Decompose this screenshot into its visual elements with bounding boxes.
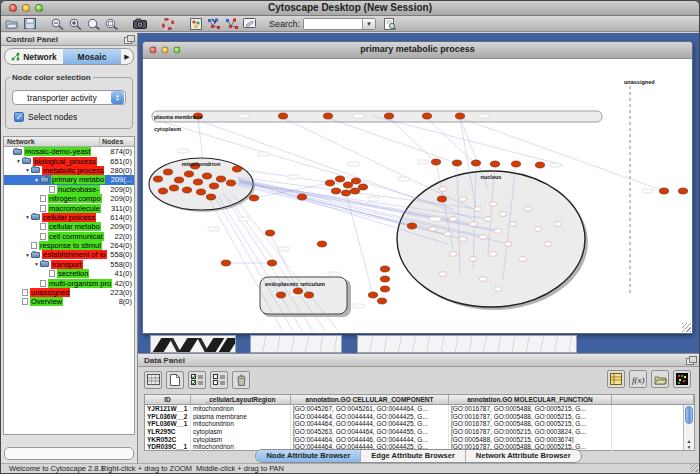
graph-node[interactable] [407, 223, 416, 229]
tree-item[interactable]: ▼transport558(0) [4, 260, 134, 269]
zoom-out-icon[interactable] [50, 17, 65, 31]
tree-item[interactable]: nucleobase-209(0) [4, 185, 134, 194]
graph-node[interactable] [459, 197, 467, 202]
select-attributes-icon[interactable] [188, 371, 206, 389]
graph-node[interactable] [193, 179, 202, 185]
tab-network[interactable]: Network [5, 49, 63, 64]
graph-node[interactable] [232, 166, 241, 172]
float-panel-icon[interactable] [124, 35, 133, 43]
tab-edge-attribute-browser[interactable]: Edge Attribute Browser [360, 450, 464, 462]
network-canvas[interactable]: plasma membranecytoplasmmitochondrionnuc… [143, 59, 692, 333]
float-data-panel-icon[interactable] [686, 356, 695, 364]
graph-node[interactable] [380, 286, 389, 292]
graph-node[interactable] [469, 257, 477, 262]
network-overlay-icon[interactable] [206, 17, 221, 31]
graph-node[interactable] [524, 207, 532, 212]
tree-item[interactable]: mosaic-demo-yeast874(0) [4, 147, 134, 156]
tree-item[interactable]: ▼primary metabo209(... [4, 175, 134, 184]
graph-node[interactable] [293, 288, 302, 294]
graph-node[interactable] [511, 161, 520, 167]
snapshot-icon[interactable] [132, 17, 147, 31]
unselect-attributes-icon[interactable] [210, 371, 228, 389]
tab-network-attribute-browser[interactable]: Network Attribute Browser [465, 450, 581, 462]
graph-node[interactable] [350, 188, 359, 194]
table-row[interactable]: YLR295Ccytoplasm[GO:0045263, GO:0044464,… [145, 428, 694, 436]
node-color-dropdown[interactable]: transporter activity ▲▼ [12, 90, 126, 105]
graph-node[interactable] [444, 232, 452, 237]
tree-item[interactable]: secretion41(0) [4, 269, 134, 278]
table-row[interactable]: YPL036W__1mitochondrion[GO:0044464, GO:0… [145, 420, 694, 428]
graph-node[interactable] [678, 188, 687, 194]
graph-node[interactable] [489, 202, 497, 207]
graph-node[interactable] [489, 252, 497, 257]
graph-node[interactable] [174, 177, 183, 183]
graph-node[interactable] [422, 113, 431, 119]
graph-node[interactable] [335, 176, 344, 182]
graph-node[interactable] [196, 189, 205, 195]
tree-item[interactable]: ▼metabolic process280(0) [4, 166, 134, 175]
tree-header-nodes[interactable]: Nodes [100, 137, 134, 146]
graph-node[interactable] [554, 222, 562, 227]
graph-node[interactable] [384, 113, 393, 119]
help-icon[interactable] [160, 17, 175, 31]
tab-mosaic[interactable]: Mosaic [63, 49, 121, 64]
graph-node[interactable] [221, 260, 230, 266]
graph-node[interactable] [519, 257, 527, 262]
graph-node[interactable] [380, 276, 389, 282]
column-header[interactable]: annotation.GO CELLULAR_COMPONENT [291, 395, 449, 404]
graph-node[interactable] [153, 176, 162, 182]
graph-node[interactable] [471, 160, 480, 166]
graph-node[interactable] [182, 187, 191, 193]
tree-item[interactable]: unassigned223(0) [4, 288, 134, 297]
graph-node[interactable] [449, 217, 457, 222]
graph-node[interactable] [439, 272, 447, 277]
search-dropdown-arrow-icon[interactable]: ▼ [362, 19, 375, 29]
scrollbar-thumb[interactable] [685, 406, 693, 424]
network-view-icon[interactable] [224, 17, 239, 31]
search-options-icon[interactable] [382, 17, 397, 31]
graph-node[interactable] [479, 277, 487, 282]
graph-node[interactable] [331, 188, 340, 194]
tree-item[interactable]: macromolecule311(0) [4, 203, 134, 212]
graph-node[interactable] [209, 183, 218, 189]
column-header[interactable]: _cellularLayoutRegion [191, 395, 291, 404]
table-row[interactable]: YPL036W__2plasma membrane[GO:0044464, GO… [145, 413, 694, 421]
zoom-selected-icon[interactable] [86, 17, 101, 31]
graph-node[interactable] [343, 182, 352, 188]
vizmapper-icon[interactable] [188, 17, 203, 31]
graph-node[interactable] [158, 188, 167, 194]
graph-node[interactable] [449, 252, 457, 257]
column-header[interactable]: annotation.GO MOLECULAR_FUNCTION [449, 395, 612, 404]
graph-node[interactable] [437, 196, 446, 202]
graph-node[interactable] [341, 190, 350, 196]
graph-node[interactable] [358, 184, 367, 190]
tree-item[interactable]: response to stimul264(0) [4, 241, 134, 250]
attribute-grid-icon[interactable] [144, 371, 162, 389]
tree-header-network[interactable]: Network [4, 137, 100, 146]
open-icon[interactable] [4, 17, 19, 31]
graph-node[interactable] [304, 292, 313, 298]
graph-node[interactable] [249, 195, 258, 201]
graph-node[interactable] [368, 292, 377, 298]
annotation-icon[interactable] [242, 17, 257, 31]
graph-node[interactable] [325, 180, 334, 186]
graph-node[interactable] [323, 113, 332, 119]
graph-node[interactable] [499, 212, 507, 217]
graph-node[interactable] [163, 169, 172, 175]
tree-item[interactable]: ▼establishment of lo558(0) [4, 250, 134, 259]
graph-node[interactable] [297, 194, 306, 200]
select-nodes-checkbox[interactable]: ✓ [14, 112, 24, 122]
import-attributes-icon[interactable] [651, 370, 669, 388]
birds-eye-view[interactable] [4, 447, 134, 460]
formula-icon[interactable]: f(x) [629, 370, 647, 388]
tree-item[interactable]: cell communicat22(0) [4, 232, 134, 241]
graph-node[interactable] [439, 187, 447, 192]
attribute-batch-icon[interactable] [607, 370, 625, 388]
graph-node[interactable] [469, 222, 477, 227]
zoom-in-icon[interactable] [68, 17, 83, 31]
graph-node[interactable] [474, 207, 482, 212]
network-window[interactable]: primary metabolic process plasma membran… [142, 41, 693, 334]
tab-node-attribute-browser[interactable]: Node Attribute Browser [256, 450, 360, 462]
table-scrollbar[interactable]: ▲▼ [683, 405, 694, 450]
graph-node[interactable] [535, 162, 544, 168]
